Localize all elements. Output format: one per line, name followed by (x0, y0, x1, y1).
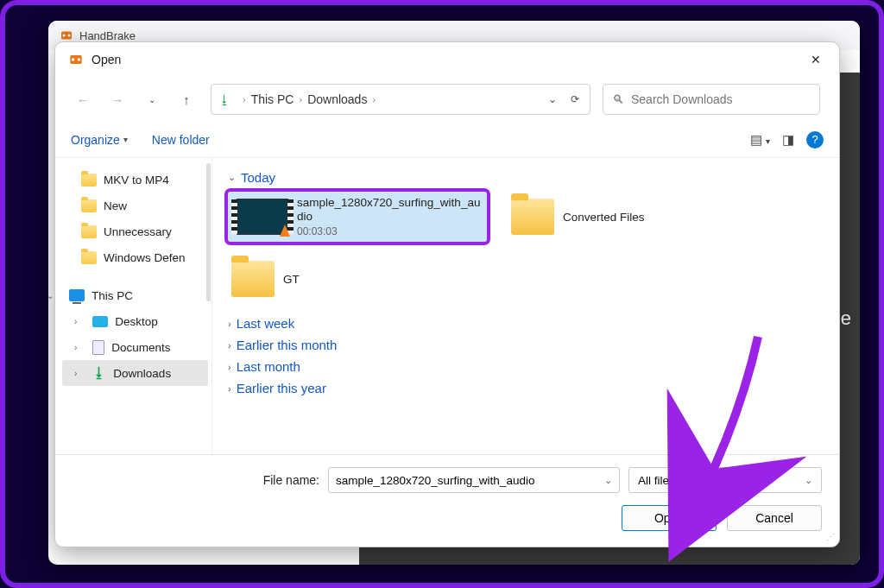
group-earlier-month[interactable]: ›Earlier this month (228, 338, 824, 352)
up-button[interactable]: ↑ (171, 84, 202, 115)
tree-scrollbar[interactable] (206, 163, 211, 301)
tree-desktop[interactable]: ›Desktop (62, 308, 208, 334)
chevron-right-icon: › (228, 362, 231, 372)
close-button[interactable]: ✕ (798, 46, 834, 73)
vlc-cone-icon (280, 224, 290, 237)
tree-documents[interactable]: ›Documents (62, 334, 208, 360)
file-tile-gt[interactable]: GT (228, 254, 478, 304)
file-list-pane: ⌄Today sample_1280x720_surfing_with_audi… (212, 158, 839, 454)
downloads-path-icon: ⭳ (218, 92, 230, 106)
forward-button[interactable]: → (102, 84, 133, 115)
chevron-right-icon: › (74, 369, 77, 378)
downloads-icon: ⭳ (92, 365, 106, 381)
filename-input[interactable]: sample_1280x720_surfing_with_audio ⌄ (328, 467, 620, 493)
handbrake-dialog-icon (67, 51, 85, 68)
chevron-down-icon: ⌄ (228, 172, 236, 183)
view-options-button[interactable]: ▤ ▾ (750, 132, 770, 148)
group-today[interactable]: ⌄Today (228, 170, 824, 185)
svg-point-2 (68, 35, 71, 37)
breadcrumb-bar[interactable]: ⭳ › This PC › Downloads › ⌄ ⟳ (211, 84, 590, 115)
chevron-right-icon: › (228, 383, 231, 394)
file-tile-video[interactable]: sample_1280x720_surfing_with_audio 00:03… (228, 192, 487, 242)
back-button[interactable]: ← (67, 84, 98, 115)
recent-locations-button[interactable]: ⌄ (136, 84, 167, 115)
svg-point-4 (72, 58, 74, 60)
refresh-button[interactable]: ⟳ (567, 93, 583, 105)
chevron-right-icon: › (243, 94, 246, 104)
new-folder-button[interactable]: New folder (152, 133, 210, 147)
file-type-filter[interactable]: All files ⌄ (628, 467, 822, 493)
chevron-right-icon: › (74, 317, 77, 326)
breadcrumb-dropdown-button[interactable]: ⌄ (545, 93, 560, 105)
folder-icon (81, 225, 97, 238)
chevron-down-icon: ⌄ (805, 475, 812, 486)
navigation-tree: MKV to MP4 New Unnecessary Windows Defen… (55, 158, 212, 454)
folder-icon (511, 199, 554, 235)
dialog-titlebar: Open ✕ (55, 42, 839, 77)
navigation-row: ← → ⌄ ↑ ⭳ › This PC › Downloads › ⌄ ⟳ 🔍︎ (55, 77, 839, 122)
dialog-title: Open (92, 53, 798, 66)
app-title: HandBrake (79, 29, 136, 42)
open-file-dialog: Open ✕ ← → ⌄ ↑ ⭳ › This PC › Downloads ›… (54, 41, 840, 547)
cancel-button[interactable]: Cancel (727, 505, 822, 531)
breadcrumb-this-pc[interactable]: This PC (251, 92, 294, 106)
folder-icon (81, 251, 97, 264)
pc-icon (69, 289, 85, 301)
document-icon (92, 340, 104, 355)
chevron-right-icon: › (228, 319, 231, 329)
dialog-toolbar: Organize▾ New folder ▤ ▾ ◨ ? (55, 122, 839, 158)
organize-button[interactable]: Organize▾ (71, 133, 128, 147)
chevron-down-icon: ⌄ (47, 291, 54, 300)
search-input[interactable] (631, 92, 811, 106)
svg-point-1 (63, 35, 66, 37)
open-button[interactable]: Open (622, 505, 717, 531)
search-box[interactable]: 🔍︎ (603, 84, 820, 115)
search-icon: 🔍︎ (612, 92, 624, 106)
breadcrumb-downloads[interactable]: Downloads (307, 92, 367, 106)
tree-quick-new[interactable]: New (62, 193, 208, 218)
tree-quick-unnecessary[interactable]: Unnecessary (62, 218, 208, 244)
folder-name: Converted Files (563, 211, 645, 224)
dialog-footer: File name: sample_1280x720_surfing_with_… (55, 454, 839, 547)
group-last-week[interactable]: ›Last week (228, 316, 824, 331)
resize-grip[interactable]: ⋰ (826, 532, 834, 543)
folder-icon (231, 261, 275, 297)
file-name: sample_1280x720_surfing_with_audio (297, 196, 483, 223)
file-tile-converted[interactable]: Converted Files (508, 192, 758, 242)
svg-point-5 (78, 58, 80, 60)
chevron-down-icon[interactable]: ⌄ (604, 475, 612, 486)
folder-name: GT (283, 273, 300, 286)
chevron-right-icon: › (372, 94, 376, 104)
folder-icon (81, 199, 97, 212)
desktop-icon (92, 316, 108, 327)
chevron-right-icon: › (74, 343, 77, 352)
tree-this-pc[interactable]: ⌄This PC (62, 282, 208, 308)
help-button[interactable]: ? (806, 131, 824, 149)
tree-downloads[interactable]: ›⭳Downloads (62, 360, 208, 386)
preview-pane-button[interactable]: ◨ (782, 132, 794, 148)
tree-quick-defender[interactable]: Windows Defen (62, 244, 208, 270)
file-duration: 00:03:03 (297, 225, 483, 237)
tree-quick-mkv[interactable]: MKV to MP4 (62, 167, 208, 193)
group-last-month[interactable]: ›Last month (228, 359, 824, 374)
chevron-right-icon: › (228, 340, 231, 351)
folder-icon (81, 174, 97, 187)
filename-label: File name: (73, 473, 319, 487)
chevron-right-icon: › (299, 94, 302, 104)
group-earlier-year[interactable]: ›Earlier this year (228, 381, 824, 395)
